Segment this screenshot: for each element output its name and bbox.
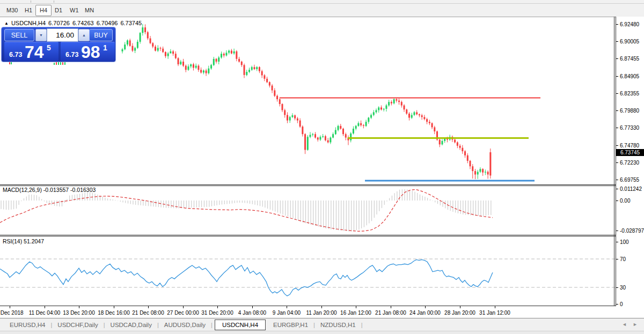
price-axis-label: 6.77330	[620, 125, 639, 131]
sell-price-pip: 5	[47, 43, 51, 52]
date-tick	[356, 306, 356, 308]
price-axis-label: 6.92480	[620, 21, 639, 27]
status-bar-sliver	[0, 331, 644, 334]
price-tick	[616, 41, 618, 42]
price-tick	[616, 58, 618, 59]
timeframe-button-mn[interactable]: MN	[80, 5, 98, 16]
sell-price-prefix: 6.73	[9, 51, 22, 58]
rsi-tick	[616, 287, 618, 288]
macd-tick	[616, 231, 618, 231]
macd-axis-label: -0.028797	[620, 228, 644, 234]
timeframe-button-d1[interactable]: D1	[50, 5, 67, 16]
date-tick	[79, 306, 79, 308]
pane-divider[interactable]	[0, 184, 616, 185]
toolbar-separator	[54, 1, 54, 3]
rsi-tick	[616, 242, 618, 242]
date-tick	[114, 306, 114, 308]
tab-eurgbp[interactable]: EURGBP,H1	[268, 320, 313, 330]
date-tick	[10, 306, 10, 308]
date-axis-label: 28 Jan 20:00	[444, 310, 475, 316]
date-axis-label: 31 Dec 20:00	[201, 310, 233, 316]
volume-input[interactable]: 16.00	[47, 28, 78, 42]
timeframe-button-m30[interactable]: M30	[2, 5, 22, 16]
price-axis-label: 6.90005	[620, 39, 639, 44]
macd-tick	[616, 201, 618, 201]
date-tick	[460, 306, 460, 308]
timeframe-toolbar: M30H1H4D1W1MN	[0, 4, 644, 17]
price-tick	[616, 110, 618, 111]
rsi-indicator-pane[interactable]	[0, 236, 616, 306]
pane-divider[interactable]	[0, 235, 616, 235]
date-tick	[287, 306, 287, 308]
price-tick	[616, 93, 618, 94]
buy-button[interactable]: BUY	[89, 29, 113, 41]
rsi-tick	[616, 304, 618, 305]
tab-usdchf[interactable]: USDCHF,Daily	[52, 320, 103, 330]
timeframe-button-h1[interactable]: H1	[20, 5, 36, 16]
date-axis-label: 31 Jan 12:00	[479, 310, 510, 316]
price-axis: 6.924806.900056.874556.849056.823556.798…	[616, 17, 644, 317]
buy-price-display[interactable]: 6.73 98 1	[61, 42, 115, 61]
date-tick	[495, 306, 495, 308]
tab-eurusd[interactable]: EURUSD,H4	[4, 320, 50, 330]
price-axis-label: 6.74780	[620, 143, 639, 149]
chart-tab-bar: EURUSD,H4|USDCHF,Daily|USDCAD,Daily|AUDU…	[0, 318, 644, 331]
date-axis-label: 4 Jan 08:00	[238, 310, 266, 316]
rsi-label: RSI(14) 51.2047	[3, 238, 44, 244]
toolbar-separator	[31, 1, 31, 3]
tab-separator: |	[361, 322, 363, 328]
axis-border	[614, 17, 614, 317]
price-tick	[616, 128, 618, 128]
date-axis-label: 6 Dec 2018	[0, 310, 24, 316]
price-axis-label: 6.84905	[620, 73, 639, 79]
tab-nzdusd[interactable]: NZDUSD,H1	[315, 320, 361, 330]
rsi-axis-label: 30	[620, 285, 626, 291]
macd-axis-label: 0.011242	[620, 186, 642, 192]
date-axis-label: 27 Dec 00:00	[167, 310, 199, 316]
price-tick	[616, 180, 618, 180]
buy-price-digits: 98	[81, 42, 100, 62]
sell-price-display[interactable]: 6.73 74 5	[4, 42, 58, 61]
chevron-up-icon: ▲	[82, 33, 86, 37]
price-axis-label: 6.79880	[620, 108, 639, 114]
rsi-axis-label: 100	[620, 239, 629, 245]
tab-separator: |	[211, 322, 213, 328]
tab-audusd[interactable]: AUDUSD,Daily	[159, 320, 211, 330]
timeframe-button-h4[interactable]: H4	[35, 5, 52, 16]
macd-indicator-pane[interactable]	[0, 186, 616, 235]
price-tick	[616, 162, 618, 163]
volume-decrease-button[interactable]: ▼	[35, 29, 47, 41]
date-axis-label: 16 Jan 12:00	[340, 310, 371, 316]
date-tick	[321, 306, 322, 308]
rsi-axis-label: 70	[620, 256, 626, 262]
date-tick	[183, 306, 184, 308]
one-click-trading-panel: SELL ▼ 16.00 ▲ BUY 6.73 74 5 6.73 98 1	[1, 27, 116, 62]
mt4-window: M30H1H4D1W1MN ▲USDCNH,H46.707266.742636.…	[0, 0, 644, 334]
date-tick	[391, 306, 391, 308]
price-axis-label: 6.87455	[620, 56, 639, 62]
price-axis-label: 6.69755	[620, 177, 639, 183]
price-tick	[616, 145, 618, 146]
rsi-tick	[616, 259, 618, 259]
current-price-tag: 6.73745	[616, 149, 644, 156]
chevron-down-icon: ▼	[39, 33, 43, 37]
volume-increase-button[interactable]: ▲	[78, 29, 90, 41]
date-axis-label: 21 Dec 08:00	[132, 310, 164, 316]
date-tick	[45, 306, 45, 308]
macd-axis-label: 0.00	[620, 198, 630, 204]
tab-usdcnh[interactable]: USDCNH,H4	[215, 320, 266, 330]
macd-tick	[616, 189, 618, 189]
date-tick	[425, 306, 426, 308]
date-tick	[148, 306, 149, 308]
tab-scroll-right-icon[interactable]: ►	[633, 322, 638, 327]
price-tick	[616, 76, 618, 77]
buy-price-prefix: 6.73	[65, 51, 78, 58]
sell-price-digits: 74	[25, 42, 44, 62]
upper-toolbar-sliver	[0, 0, 644, 4]
tab-usdcad[interactable]: USDCAD,Daily	[105, 320, 157, 330]
date-tick	[217, 306, 218, 308]
date-axis-label: 11 Dec 04:00	[29, 310, 61, 316]
date-tick	[252, 306, 253, 308]
sell-button[interactable]: SELL	[4, 29, 34, 41]
tab-scroll-left-icon[interactable]: ◄	[622, 322, 627, 327]
